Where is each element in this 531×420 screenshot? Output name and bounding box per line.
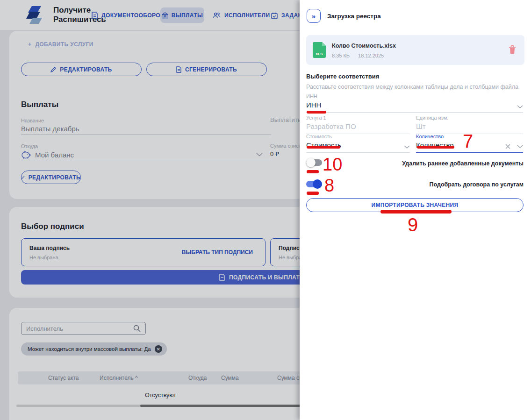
file-size: 8.35 КБ	[332, 53, 350, 58]
file-meta: 8.35 КБ 18.12.2025	[332, 53, 384, 58]
collapse-panel-button[interactable]: »	[307, 9, 321, 23]
annotation-underline-quantity	[417, 146, 454, 149]
delete-file-icon[interactable]	[509, 45, 516, 54]
xls-file-icon: XLS	[313, 42, 326, 58]
chevron-down-icon[interactable]	[517, 105, 523, 109]
annotation-underline-inn	[307, 111, 326, 114]
clear-x-icon[interactable]	[505, 144, 510, 149]
chevron-down-icon[interactable]	[517, 145, 523, 149]
inn-value: ИНН	[306, 101, 523, 112]
annotation-underline-cost	[307, 146, 340, 149]
annotation-number-7: 7	[463, 132, 473, 150]
service-label: Услуга 1	[306, 115, 410, 121]
file-name: Колво Стоимость.xlsx	[332, 43, 396, 49]
service-field: Услуга 1 Разработка ПО	[306, 115, 410, 134]
annotation-number-10: 10	[323, 156, 342, 173]
annotation-number-8: 8	[324, 177, 334, 194]
annotation-underline-import	[380, 210, 452, 214]
service-value: Разработка ПО	[306, 122, 410, 134]
match-contracts-label: Подобрать договора по услугам	[430, 181, 524, 188]
double-chevron-right-icon: »	[312, 12, 316, 20]
chevron-down-icon[interactable]	[404, 145, 410, 149]
inn-select[interactable]: ИНН ИНН	[306, 93, 523, 113]
cost-label: Стоимость	[306, 134, 410, 139]
annotation-underline-toggle-on	[307, 192, 319, 195]
annotation-underline-toggle-off	[307, 170, 319, 173]
annotation-number-9: 9	[408, 215, 418, 234]
file-date: 18.12.2025	[358, 53, 384, 58]
inn-label: ИНН	[306, 93, 523, 99]
unit-label: Единица изм.	[416, 115, 523, 121]
svg-text:XLS: XLS	[316, 52, 323, 56]
cost-select[interactable]: Стоимость Стоимость	[306, 134, 410, 153]
panel-title: Загрузка реестра	[327, 13, 381, 20]
uploaded-file-row: XLS Колво Стоимость.xlsx 8.35 КБ 18.12.2…	[306, 35, 524, 65]
mapping-subtitle: Расставьте соответствия между колонками …	[306, 84, 518, 90]
mapping-title: Выберите соответствия	[306, 73, 379, 80]
delete-previous-docs-label: Удалить раннее добавленные документы	[402, 160, 524, 167]
match-contracts-toggle[interactable]	[306, 179, 322, 189]
delete-previous-docs-toggle[interactable]	[306, 158, 322, 167]
